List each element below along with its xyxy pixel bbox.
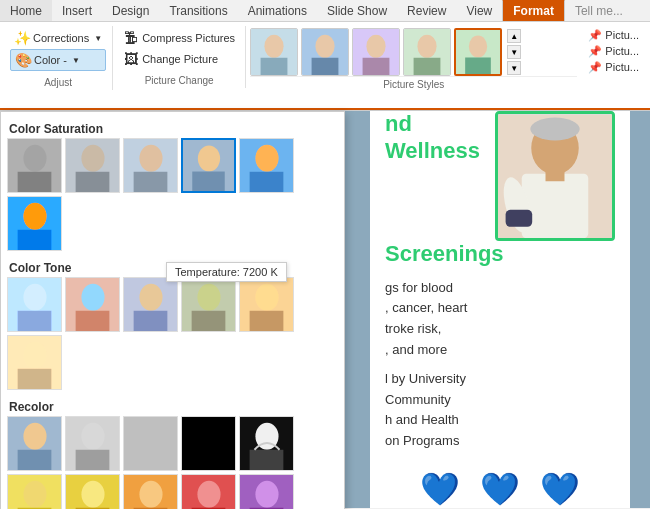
tone-thumb-2[interactable] xyxy=(65,277,120,332)
compress-icon: 🗜 xyxy=(123,30,139,46)
svg-rect-20 xyxy=(76,172,110,192)
style-thumb-5[interactable] xyxy=(454,28,502,76)
tab-view[interactable]: View xyxy=(456,0,502,21)
sat-thumb-5[interactable] xyxy=(239,138,294,193)
recolor-thumb-purple[interactable] xyxy=(239,474,294,509)
svg-rect-102 xyxy=(506,209,533,226)
svg-rect-11 xyxy=(414,58,441,75)
tab-format[interactable]: Format xyxy=(502,0,565,21)
svg-point-40 xyxy=(139,284,162,311)
svg-rect-14 xyxy=(465,58,491,75)
svg-point-70 xyxy=(81,481,104,508)
svg-rect-26 xyxy=(192,172,224,191)
picture-group-label: Picture Change xyxy=(119,73,239,86)
tab-insert[interactable]: Insert xyxy=(52,0,102,21)
tab-transitions[interactable]: Transitions xyxy=(159,0,237,21)
recolor-thumb-red[interactable] xyxy=(181,474,236,509)
recolor-thumb-grayscale[interactable] xyxy=(65,416,120,471)
svg-rect-2 xyxy=(261,58,288,75)
scroll-expand-button[interactable]: ▼ xyxy=(507,61,521,75)
corrections-button[interactable]: ✨ Corrections ▼ xyxy=(10,28,106,48)
svg-rect-47 xyxy=(250,311,284,331)
svg-point-43 xyxy=(197,284,220,311)
svg-point-79 xyxy=(255,481,278,508)
style-thumb-3[interactable] xyxy=(352,28,400,76)
tone-thumb-3[interactable] xyxy=(123,277,178,332)
svg-rect-53 xyxy=(18,450,52,470)
compress-button[interactable]: 🗜 Compress Pictures xyxy=(119,28,239,48)
temperature-tooltip: Temperature: 7200 K xyxy=(166,262,287,282)
svg-point-16 xyxy=(23,145,46,172)
svg-point-67 xyxy=(23,481,46,508)
tone-thumb-5[interactable] xyxy=(239,277,294,332)
picture-styles-area: ▲ ▼ ▼ Picture Styles xyxy=(246,26,581,94)
recolor-thumb-orange[interactable] xyxy=(123,474,178,509)
sat-thumb-6[interactable] xyxy=(7,196,62,251)
svg-point-73 xyxy=(139,481,162,508)
svg-rect-29 xyxy=(250,172,284,192)
svg-rect-32 xyxy=(18,230,52,250)
slide-photo xyxy=(495,111,615,241)
recolor-thumb-yellow[interactable] xyxy=(7,474,62,509)
slide-area: nd Wellness Screenings gs for blood, can… xyxy=(345,111,650,508)
picture-right-btn-2[interactable]: 📌 Pictu... xyxy=(585,44,642,59)
change-picture-button[interactable]: 🖼 Change Picture xyxy=(119,49,239,69)
scroll-down-button[interactable]: ▼ xyxy=(507,45,521,59)
tab-home[interactable]: Home xyxy=(0,0,52,21)
svg-point-28 xyxy=(255,145,278,172)
sat-thumb-4[interactable] xyxy=(181,138,236,193)
svg-rect-17 xyxy=(18,172,52,192)
scroll-up-button[interactable]: ▲ xyxy=(507,29,521,43)
tone-thumb-6[interactable] xyxy=(7,335,62,390)
ribbon-content: ✨ Corrections ▼ 🎨 Color - ▼ Adjust 🗜 Com… xyxy=(0,22,650,110)
svg-point-31 xyxy=(23,203,46,230)
style-thumb-1[interactable] xyxy=(250,28,298,76)
svg-point-7 xyxy=(367,35,386,58)
tone-thumb-1[interactable] xyxy=(7,277,62,332)
svg-point-98 xyxy=(530,117,579,140)
picture-right-btn-3[interactable]: 📌 Pictu... xyxy=(585,60,642,75)
style-thumb-4[interactable] xyxy=(403,28,451,76)
corrections-icon: ✨ xyxy=(14,30,30,46)
color-icon: 🎨 xyxy=(15,52,31,68)
tone-thumb-4[interactable] xyxy=(181,277,236,332)
recolor-thumb-sepia[interactable] xyxy=(123,416,178,471)
saturation-grid xyxy=(7,138,338,251)
heart-icon-3: 💙 xyxy=(540,470,580,508)
svg-rect-50 xyxy=(18,369,52,389)
ribbon-right: 📌 Pictu... 📌 Pictu... 📌 Pictu... xyxy=(581,26,646,77)
recolor-thumb-yellow2[interactable] xyxy=(65,474,120,509)
recolor-thumb-black[interactable] xyxy=(181,416,236,471)
slide-text: gs for blood, cancer, hearttroke risk,, … xyxy=(385,278,615,361)
person-image xyxy=(498,114,612,239)
sat-thumb-3[interactable] xyxy=(123,138,178,193)
main-area: Color Saturation Color Tone Temperature:… xyxy=(0,111,650,508)
sat-thumb-2[interactable] xyxy=(65,138,120,193)
recolor-thumb-bw-high[interactable] xyxy=(239,416,294,471)
picture-styles-label: Picture Styles xyxy=(250,76,577,92)
tab-tell-me[interactable]: Tell me... xyxy=(565,0,633,21)
tab-review[interactable]: Review xyxy=(397,0,456,21)
svg-point-25 xyxy=(198,146,220,172)
sat-thumb-1[interactable] xyxy=(7,138,62,193)
svg-rect-44 xyxy=(192,311,226,331)
styles-scroll: ▲ ▼ ▼ xyxy=(507,29,521,75)
svg-rect-41 xyxy=(134,311,168,331)
recolor-grid xyxy=(7,416,338,509)
tab-design[interactable]: Design xyxy=(102,0,159,21)
recolor-thumb-no-recolor[interactable] xyxy=(7,416,62,471)
picture-right-btn-1[interactable]: 📌 Pictu... xyxy=(585,28,642,43)
recolor-label: Recolor xyxy=(7,396,338,416)
slide-content: nd Wellness Screenings gs for blood, can… xyxy=(370,111,630,508)
svg-point-55 xyxy=(81,423,104,450)
tab-animations[interactable]: Animations xyxy=(238,0,317,21)
color-saturation-label: Color Saturation xyxy=(7,118,338,138)
tab-slideshow[interactable]: Slide Show xyxy=(317,0,397,21)
ribbon-group-adjust: ✨ Corrections ▼ 🎨 Color - ▼ Adjust xyxy=(4,26,113,90)
svg-point-22 xyxy=(139,145,162,172)
svg-point-19 xyxy=(81,145,104,172)
style-thumb-2[interactable] xyxy=(301,28,349,76)
svg-rect-8 xyxy=(363,58,390,75)
svg-point-4 xyxy=(316,35,335,58)
color-button[interactable]: 🎨 Color - ▼ xyxy=(10,49,106,71)
